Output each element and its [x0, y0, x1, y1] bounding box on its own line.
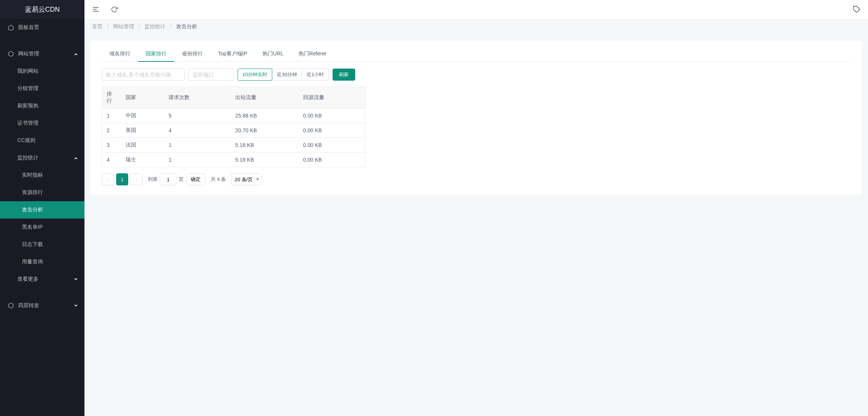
country-table: 排行 国家 请求次数 出站流量 回源流量 1 中国 5 25.88 KB 0.0…	[102, 87, 366, 167]
cell-country: 美国	[121, 123, 164, 138]
tabs: 域名排行 国家排行 省份排行 Top客户端IP 热门URL 热门Referer	[102, 47, 851, 62]
menu-toggle-icon[interactable]	[92, 6, 100, 13]
sidebar-item-log[interactable]: 日志下载	[0, 236, 84, 253]
cell-out: 20.70 KB	[231, 123, 299, 138]
cell-country: 瑞士	[121, 153, 164, 167]
cell-rank: 3	[102, 138, 121, 153]
th-requests: 请求次数	[164, 87, 231, 109]
domain-input[interactable]	[102, 69, 185, 81]
sidebar-item-cert[interactable]: 证书管理	[0, 115, 84, 132]
refresh-button[interactable]: 刷新	[333, 69, 355, 81]
sidebar-item-attack[interactable]: 攻击分析	[0, 201, 84, 219]
cell-country: 法国	[121, 138, 164, 153]
tab-hoturl[interactable]: 热门URL	[255, 47, 291, 62]
cell-out: 5.18 KB	[231, 153, 299, 167]
sidebar-group-monitor[interactable]: 监控统计	[0, 149, 84, 167]
cell-rank: 4	[102, 153, 121, 167]
sidebar-group-label: 四层转发	[18, 302, 39, 309]
cell-rank: 1	[102, 109, 121, 123]
page-1[interactable]: 1	[116, 173, 128, 185]
th-origin: 回源流量	[299, 87, 366, 109]
sidebar-item-label: 查看更多	[17, 276, 38, 283]
page-prev[interactable]	[102, 173, 114, 185]
sidebar-item-usage[interactable]: 用量查询	[0, 253, 84, 271]
table-row: 3 法国 1 5.18 KB 0.00 KB	[102, 138, 366, 153]
th-rank: 排行	[102, 87, 121, 109]
breadcrumb-attack: 攻击分析	[176, 23, 197, 29]
tab-domain[interactable]: 域名排行	[102, 47, 138, 62]
sidebar-item-mysite[interactable]: 我的网站	[0, 63, 84, 80]
sidebar-item-cc[interactable]: CC规则	[0, 132, 84, 149]
breadcrumb: 首页 / 网站管理 / 监控统计 / 攻击分析	[84, 19, 868, 35]
sidebar-item-seemore[interactable]: 查看更多	[0, 271, 84, 288]
breadcrumb-site[interactable]: 网站管理	[113, 23, 134, 29]
breadcrumb-home[interactable]: 首页	[92, 23, 103, 29]
goto-suffix: 页	[179, 176, 184, 183]
refresh-icon[interactable]	[111, 6, 118, 13]
tab-topip[interactable]: Top客户端IP	[210, 47, 255, 62]
sidebar-item-refresh[interactable]: 刷新预热	[0, 97, 84, 115]
goto-confirm[interactable]: 确定	[186, 173, 205, 185]
page-next[interactable]	[130, 173, 143, 185]
sidebar: 蓝易云CDN 面板首页 网站管理 我的网站 分组管理 刷新预热 证书管理 CC规…	[0, 0, 84, 416]
sidebar-group-site[interactable]: 网站管理	[0, 45, 84, 63]
tab-province[interactable]: 省份排行	[174, 47, 210, 62]
content-card: 域名排行 国家排行 省份排行 Top客户端IP 热门URL 热门Referer …	[90, 41, 862, 194]
th-out: 出站流量	[231, 87, 299, 109]
cell-origin: 0.00 KB	[299, 109, 366, 123]
cell-country: 中国	[121, 109, 164, 123]
cell-rank: 2	[102, 123, 121, 138]
cell-requests: 1	[164, 138, 231, 153]
time-30m[interactable]: 近30分钟	[272, 69, 302, 81]
sidebar-group-label: 监控统计	[17, 154, 38, 161]
sidebar-menu: 面板首页 网站管理 我的网站 分组管理 刷新预热 证书管理 CC规则 监控统计 …	[0, 19, 84, 416]
cell-requests: 4	[164, 123, 231, 138]
port-input[interactable]	[189, 69, 234, 81]
sidebar-item-dashboard[interactable]: 面板首页	[0, 19, 84, 36]
cube-icon	[8, 302, 14, 309]
table-row: 2 美国 4 20.70 KB 0.00 KB	[102, 123, 366, 138]
tab-country[interactable]: 国家排行	[138, 47, 174, 62]
filter-bar: 10分钟实时 近30分钟 近1小时 刷新	[102, 69, 851, 81]
sidebar-group-layer4[interactable]: 四层转发	[0, 297, 84, 314]
time-10m[interactable]: 10分钟实时	[238, 69, 272, 81]
sidebar-group-label: 网站管理	[18, 50, 39, 57]
cell-origin: 0.00 KB	[299, 138, 366, 153]
cell-origin: 0.00 KB	[299, 123, 366, 138]
sidebar-item-label: 面板首页	[18, 24, 39, 31]
tab-hotref[interactable]: 热门Referer	[291, 47, 334, 62]
cell-requests: 1	[164, 153, 231, 167]
goto-prefix: 到第	[148, 176, 158, 183]
cube-icon	[8, 50, 14, 57]
pagesize-select[interactable]: 20 条/页	[231, 173, 262, 185]
time-1h[interactable]: 近1小时	[302, 69, 329, 81]
th-country: 国家	[121, 87, 164, 109]
total-count: 共 4 条	[211, 176, 226, 183]
sidebar-item-blacklist[interactable]: 黑名单IP	[0, 219, 84, 236]
cell-requests: 5	[164, 109, 231, 123]
table-row: 4 瑞士 1 5.18 KB 0.00 KB	[102, 153, 366, 167]
home-icon	[8, 24, 14, 31]
sidebar-item-realtime[interactable]: 实时指标	[0, 167, 84, 184]
time-range-group: 10分钟实时 近30分钟 近1小时	[238, 69, 329, 81]
pagination: 1 到第 页 确定 共 4 条 20 条/页	[102, 173, 366, 185]
breadcrumb-monitor[interactable]: 监控统计	[144, 23, 166, 29]
cell-out: 5.18 KB	[231, 138, 299, 153]
app-logo: 蓝易云CDN	[0, 0, 84, 19]
header	[84, 0, 868, 19]
sidebar-item-group[interactable]: 分组管理	[0, 80, 84, 97]
table-row: 1 中国 5 25.88 KB 0.00 KB	[102, 109, 366, 123]
cell-origin: 0.00 KB	[299, 153, 366, 167]
tag-icon[interactable]	[853, 6, 860, 13]
cell-out: 25.88 KB	[231, 109, 299, 123]
sidebar-item-resource[interactable]: 资源排行	[0, 184, 84, 201]
goto-input[interactable]	[160, 173, 176, 185]
